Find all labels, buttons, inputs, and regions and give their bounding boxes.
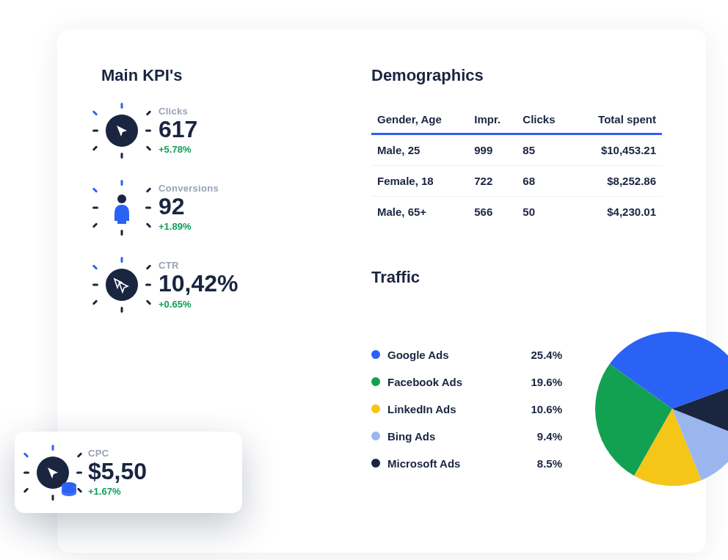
legend-percent: 9.4%	[537, 430, 562, 443]
kpi-label: Conversions	[159, 183, 219, 194]
conversions-icon	[101, 187, 142, 228]
table-row: Male, 2599985$10,453.21	[371, 134, 662, 166]
col-clicks: Clicks	[517, 106, 573, 134]
legend-dot-icon	[371, 350, 380, 359]
legend-label: Google Ads	[387, 349, 449, 361]
col-impr: Impr.	[468, 106, 517, 134]
legend-item: Bing Ads9.4%	[371, 430, 562, 443]
ctr-icon	[101, 264, 142, 305]
legend-item: LinkedIn Ads10.6%	[371, 403, 562, 415]
kpi-conversions: Conversions 92 +1.89%	[101, 183, 321, 232]
table-row: Female, 1872268$8,252.86	[371, 166, 662, 197]
col-spent: Total spent	[573, 106, 662, 134]
kpi-delta: +1.89%	[159, 221, 219, 232]
legend-dot-icon	[371, 459, 380, 468]
traffic-legend: Google Ads25.4%Facebook Ads19.6%LinkedIn…	[371, 349, 562, 470]
cell-impr: 722	[468, 166, 517, 197]
legend-label: LinkedIn Ads	[387, 403, 456, 415]
table-header-row: Gender, Age Impr. Clicks Total spent	[371, 106, 662, 134]
legend-label: Microsoft Ads	[387, 457, 460, 470]
kpi-heading: Main KPI's	[101, 66, 321, 85]
legend-item: Google Ads25.4%	[371, 349, 562, 361]
kpi-ctr: CTR 10,42% +0.65%	[101, 260, 321, 309]
cell-segment: Male, 65+	[371, 197, 468, 228]
legend-item: Facebook Ads19.6%	[371, 376, 562, 388]
legend-item: Microsoft Ads8.5%	[371, 457, 562, 470]
cell-clicks: 50	[517, 197, 573, 228]
kpi-label: CPC	[88, 448, 147, 459]
cell-spent: $4,230.01	[573, 197, 662, 228]
clicks-icon	[101, 110, 142, 151]
table-row: Male, 65+56650$4,230.01	[371, 197, 662, 228]
legend-label: Facebook Ads	[387, 376, 462, 388]
kpi-cpc-card[interactable]: CPC $5,50 +1.67%	[15, 432, 242, 513]
kpi-delta: +0.65%	[159, 299, 239, 310]
cell-segment: Male, 25	[371, 134, 468, 166]
cell-spent: $10,453.21	[573, 134, 662, 166]
kpi-list: Clicks 617 +5.78% Conversions 92	[101, 106, 321, 310]
legend-dot-icon	[371, 404, 380, 413]
kpi-delta: +1.67%	[88, 486, 147, 497]
right-column: Demographics Gender, Age Impr. Clicks To…	[371, 66, 662, 509]
legend-label: Bing Ads	[387, 430, 435, 443]
cell-impr: 566	[468, 197, 517, 228]
legend-percent: 8.5%	[537, 457, 562, 470]
kpi-value: 92	[159, 194, 219, 219]
kpi-value: 617	[159, 117, 197, 142]
cell-impr: 999	[468, 134, 517, 166]
legend-dot-icon	[371, 432, 380, 440]
legend-percent: 19.6%	[531, 376, 562, 388]
kpi-delta: +5.78%	[159, 144, 197, 155]
legend-percent: 10.6%	[531, 403, 562, 415]
legend-percent: 25.4%	[531, 349, 562, 361]
kpi-value: 10,42%	[159, 271, 239, 297]
demographics-table: Gender, Age Impr. Clicks Total spent Mal…	[371, 106, 662, 227]
kpi-label: CTR	[159, 260, 239, 271]
traffic-pie-chart	[592, 328, 728, 490]
cpc-icon	[32, 452, 73, 493]
cell-segment: Female, 18	[371, 166, 468, 197]
kpi-value: $5,50	[88, 459, 147, 484]
kpi-clicks: Clicks 617 +5.78%	[101, 106, 321, 155]
kpi-label: Clicks	[159, 106, 197, 117]
traffic-section: Google Ads25.4%Facebook Ads19.6%LinkedIn…	[371, 328, 662, 490]
traffic-heading: Traffic	[371, 268, 662, 287]
demographics-heading: Demographics	[371, 66, 662, 85]
legend-dot-icon	[371, 377, 380, 386]
cell-clicks: 68	[517, 166, 573, 197]
cell-clicks: 85	[517, 134, 573, 166]
cell-spent: $8,252.86	[573, 166, 662, 197]
col-segment: Gender, Age	[371, 106, 468, 134]
